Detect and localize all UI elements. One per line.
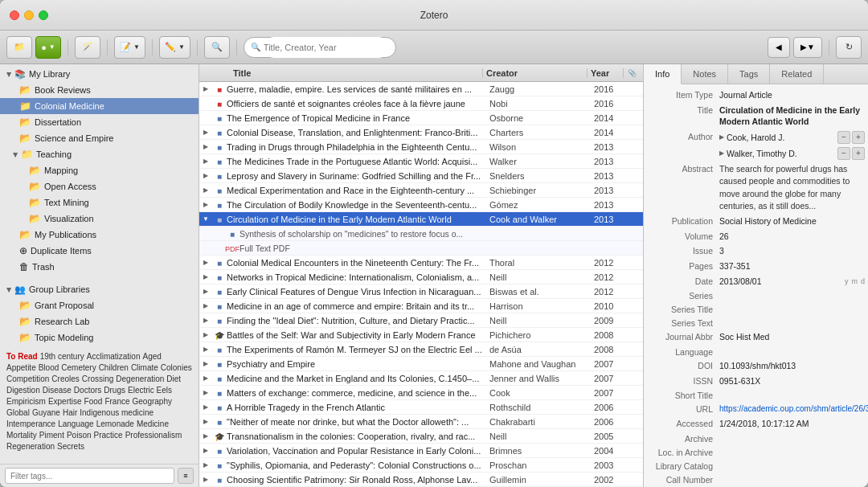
expand-icon[interactable]: ▶ <box>199 461 212 469</box>
list-item-child-pdf[interactable]: PDF Full Text PDF <box>199 241 643 256</box>
tag-children[interactable]: Children <box>99 363 129 372</box>
col-creator[interactable]: Creator <box>483 68 588 78</box>
tag-cemetery[interactable]: Cemetery <box>61 363 96 372</box>
tag-blood[interactable]: Blood <box>39 363 59 372</box>
sidebar-item-research-lab[interactable]: 📂 Research Lab <box>0 313 199 329</box>
tag-language[interactable]: Language <box>58 419 94 428</box>
sidebar-item-grant-proposal[interactable]: 📂 Grant Proposal <box>0 297 199 313</box>
expand-icon[interactable]: ▶ <box>199 476 212 483</box>
list-item[interactable]: ▶ 🎓 Transnationalism in the colonies: Co… <box>199 429 643 444</box>
expand-my-library-icon[interactable]: ▶ <box>6 72 13 76</box>
list-item[interactable]: ■ The Emergence of Tropical Medicine in … <box>199 111 643 125</box>
close-button[interactable] <box>10 10 19 20</box>
expand-icon[interactable]: ▶ <box>199 317 212 324</box>
tag-empiricism[interactable]: Empiricism <box>6 397 46 406</box>
col-title[interactable]: Title <box>230 68 483 78</box>
sidebar-item-dissertation[interactable]: 📂 Dissertation <box>0 114 199 130</box>
expand-icon[interactable]: ▶ <box>199 172 212 179</box>
tag-practice[interactable]: Practice <box>94 431 123 440</box>
journal-abbr-value[interactable]: Soc Hist Med <box>719 331 865 343</box>
list-item[interactable]: ▶ ■ Guerre, maladie, empire. Les service… <box>199 82 643 96</box>
list-item[interactable]: ▶ ■ Finding the "Ideal Diet": Nutrition,… <box>199 313 643 328</box>
expand-icon[interactable]: ▶ <box>199 331 212 338</box>
sync-button[interactable]: ↻ <box>836 36 862 59</box>
tag-digestion[interactable]: Digestion <box>6 386 40 395</box>
edit-button[interactable]: ✏️ ▼ <box>159 36 190 59</box>
sidebar-item-topic-modeling[interactable]: 📂 Topic Modeling <box>0 329 199 346</box>
expand-groups-icon[interactable]: ▶ <box>6 287 13 292</box>
tag-competition[interactable]: Competition <box>6 374 49 383</box>
expand-icon[interactable]: ▶ <box>199 418 212 425</box>
tag-drugs[interactable]: Drugs <box>104 386 125 395</box>
tag-acclimatization[interactable]: Acclimatization <box>87 352 141 361</box>
expand-icon[interactable]: ▶ <box>199 346 212 353</box>
tag-poison[interactable]: Poison <box>67 431 92 440</box>
issue-value[interactable]: 3 <box>719 245 865 257</box>
tab-tags[interactable]: Tags <box>728 64 770 84</box>
tag-19th-century[interactable]: 19th century <box>40 352 84 361</box>
import-button[interactable]: 🪄 <box>75 36 100 59</box>
expand-icon[interactable]: ▶ <box>199 403 212 411</box>
new-note-button[interactable]: 📝 ▼ <box>114 36 145 59</box>
maximize-button[interactable] <box>39 10 48 20</box>
tag-secrets[interactable]: Secrets <box>57 442 84 451</box>
sidebar-item-my-library[interactable]: ▶ 📚 My Library <box>0 66 199 82</box>
expand-icon[interactable]: ▶ <box>199 85 212 92</box>
sidebar-item-science-empire[interactable]: 📂 Science and Empire <box>0 130 199 146</box>
list-item[interactable]: ▶ ■ Choosing Scientific Patrimony: Sir R… <box>199 473 643 487</box>
accessed-value[interactable]: 1/24/2018, 10:17:12 AM <box>719 418 865 430</box>
pages-value[interactable]: 337-351 <box>719 260 865 272</box>
tag-electric-eels[interactable]: Electric Eels <box>128 386 172 395</box>
tab-info[interactable]: Info <box>644 64 682 84</box>
sidebar-item-my-publications[interactable]: 📂 My Publications <box>0 227 199 243</box>
list-item[interactable]: ▶ ■ The Circulation of Bodily Knowledge … <box>199 198 643 212</box>
tag-aged[interactable]: Aged <box>142 352 161 361</box>
tab-related[interactable]: Related <box>770 64 824 84</box>
tag-to-read[interactable]: To Read <box>6 352 38 361</box>
expand-icon[interactable]: ▶ <box>199 302 212 309</box>
list-item-child[interactable]: ■ Synthesis of scholarship on "medicines… <box>199 227 643 241</box>
nav-back-button[interactable]: ◀ <box>768 37 790 58</box>
expand-icon[interactable]: ▶ <box>199 259 212 266</box>
tag-guyane[interactable]: Guyane <box>32 408 60 417</box>
issn-value[interactable]: 0951-631X <box>719 375 865 387</box>
expand-icon[interactable]: ▶ <box>199 273 212 280</box>
publication-value[interactable]: Social History of Medicine <box>719 215 865 227</box>
sidebar-item-group-libraries[interactable]: ▶ 👥 Group Libraries <box>0 281 199 297</box>
expand-icon[interactable]: ▶ <box>199 432 212 440</box>
tag-doctors[interactable]: Doctors <box>74 386 101 395</box>
author-2-plus[interactable]: + <box>852 147 865 160</box>
tag-medicine[interactable]: Medicine <box>137 419 169 428</box>
tag-search-input[interactable] <box>5 468 174 484</box>
tag-disease[interactable]: Disease <box>43 386 72 395</box>
tag-regeneration[interactable]: Regeneration <box>6 442 55 451</box>
tag-piment[interactable]: Piment <box>39 431 64 440</box>
list-item[interactable]: ▶ ■ Networks in Tropical Medicine: Inter… <box>199 270 643 284</box>
list-item[interactable]: ▶ ■ Psychiatry and Empire Mahone and Vau… <box>199 357 643 371</box>
list-item[interactable]: ■ Officiers de santé et soignantes créol… <box>199 96 643 111</box>
collections-button[interactable]: 📁 <box>6 36 32 59</box>
tag-degeneration[interactable]: Degeneration <box>116 374 164 383</box>
list-item[interactable]: ▶ ■ Trading in Drugs through Philadelphi… <box>199 140 643 154</box>
list-item-selected[interactable]: ▼ ■ Circulation of Medicine in the Early… <box>199 212 643 227</box>
tag-hair[interactable]: Hair <box>63 408 77 417</box>
abstract-value[interactable]: The search for powerful drugs has caused… <box>719 163 865 212</box>
author-triangle-2[interactable]: ▶ <box>719 149 724 158</box>
expand-teaching-icon[interactable]: ▶ <box>12 152 19 157</box>
search-button[interactable]: 🔍 <box>204 36 230 59</box>
expand-icon[interactable]: ▶ <box>199 360 212 367</box>
tag-professionalism[interactable]: Professionalism <box>125 431 182 440</box>
list-item[interactable]: ▶ ■ The Experiments of Ramón M. Termeyer… <box>199 342 643 357</box>
new-item-button[interactable]: ● ▼ <box>35 36 61 59</box>
tag-colonies[interactable]: Colonies <box>161 363 192 372</box>
tag-crossing[interactable]: Crossing <box>82 374 113 383</box>
volume-value[interactable]: 26 <box>719 231 865 243</box>
expand-icon[interactable]: ▶ <box>199 447 212 454</box>
date-value[interactable]: 2013/08/01 <box>719 276 841 288</box>
tag-appetite[interactable]: Appetite <box>6 363 36 372</box>
expand-icon[interactable]: ▶ <box>199 143 212 150</box>
expand-icon[interactable]: ▶ <box>199 389 212 396</box>
sidebar-item-text-mining[interactable]: 📂 Text Mining <box>0 194 199 211</box>
list-item[interactable]: ▶ 🎓 Battles of the Self: War and Subject… <box>199 328 643 342</box>
list-item[interactable]: ▶ ■ Variolation, Vaccination and Popular… <box>199 444 643 458</box>
